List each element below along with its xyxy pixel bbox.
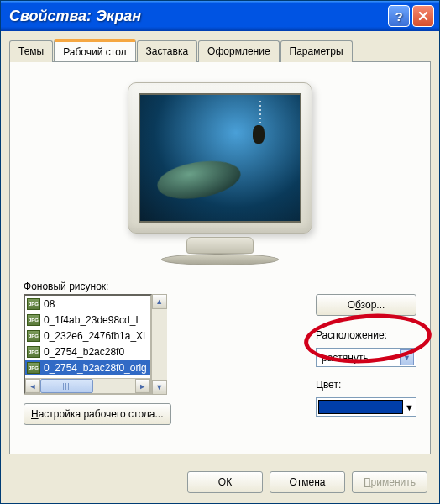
list-item-label: 0_232e6_2476fb1a_XL — [44, 330, 149, 342]
jpg-file-icon: JPG — [27, 314, 40, 326]
list-item[interactable]: JPG0_232e6_2476fb1a_XL — [25, 328, 150, 344]
position-label: Расположение: — [316, 329, 416, 341]
list-item-label: 0_2754_b2ac28f0_orig — [44, 362, 147, 374]
tab-screensaver[interactable]: Заставка — [137, 40, 198, 62]
tab-settings[interactable]: Параметры — [280, 40, 353, 62]
list-item-label: 0_2754_b2ac28f0 — [44, 346, 124, 358]
help-button[interactable]: ? — [388, 5, 410, 27]
scroll-thumb[interactable] — [40, 379, 93, 393]
background-label: Фоновый рисунок: — [24, 281, 304, 292]
tabstrip: Темы Рабочий стол Заставка Оформление Па… — [9, 39, 431, 61]
monitor-preview — [24, 76, 416, 281]
list-item-label: 08 — [44, 298, 55, 310]
jpg-file-icon: JPG — [27, 330, 40, 342]
ok-button[interactable]: ОК — [187, 471, 263, 493]
scroll-up-button[interactable]: ▲ — [152, 294, 167, 309]
vertical-scrollbar[interactable]: ▲ ▼ — [152, 294, 167, 395]
tab-themes[interactable]: Темы — [9, 40, 53, 62]
window-title: Свойства: Экран — [6, 8, 388, 25]
close-button[interactable] — [412, 5, 434, 27]
customize-desktop-button[interactable]: Настройка рабочего стола... — [24, 403, 171, 425]
horizontal-scrollbar[interactable]: ◄ ► — [25, 378, 150, 393]
display-properties-window: Свойства: Экран ? Темы Рабочий стол Заст… — [0, 0, 440, 504]
color-label: Цвет: — [316, 379, 416, 391]
jpg-file-icon: JPG — [27, 346, 40, 358]
titlebar[interactable]: Свойства: Экран ? — [1, 1, 439, 31]
list-item[interactable]: JPG0_1f4ab_23de98cd_L — [25, 312, 150, 328]
list-item[interactable]: JPG08 — [25, 296, 150, 312]
color-select[interactable]: ▼ — [316, 397, 416, 417]
browse-button[interactable]: Обзор... — [316, 294, 416, 316]
scroll-right-button[interactable]: ► — [135, 379, 150, 393]
scroll-down-button[interactable]: ▼ — [152, 380, 167, 395]
list-item-label: 0_1f4ab_23de98cd_L — [44, 314, 141, 326]
position-select[interactable]: растянуть ▼ — [316, 348, 416, 367]
color-swatch — [318, 400, 403, 414]
list-item[interactable]: JPG0_2754_b2ac28f0_orig — [25, 360, 150, 375]
tab-desktop[interactable]: Рабочий стол — [54, 39, 135, 61]
cancel-button[interactable]: Отмена — [270, 471, 345, 493]
list-item[interactable]: JPG0_2754_b2ac28f0 — [25, 344, 150, 360]
background-listbox[interactable]: JPG08JPG0_1f4ab_23de98cd_LJPG0_232e6_247… — [24, 294, 152, 395]
tab-panel-desktop: Фоновый рисунок: JPG08JPG0_1f4ab_23de98c… — [9, 61, 431, 454]
apply-button[interactable]: Применить — [352, 471, 427, 493]
chevron-down-icon[interactable]: ▼ — [400, 349, 414, 365]
chevron-down-icon[interactable]: ▼ — [405, 402, 414, 412]
wallpaper-preview — [139, 93, 301, 223]
dialog-footer: ОК Отмена Применить — [1, 463, 439, 503]
scroll-left-button[interactable]: ◄ — [25, 379, 40, 393]
jpg-file-icon: JPG — [27, 362, 40, 374]
position-value: растянуть — [322, 352, 369, 364]
close-icon — [418, 11, 428, 21]
jpg-file-icon: JPG — [27, 298, 40, 310]
tab-appearance[interactable]: Оформление — [198, 40, 279, 62]
